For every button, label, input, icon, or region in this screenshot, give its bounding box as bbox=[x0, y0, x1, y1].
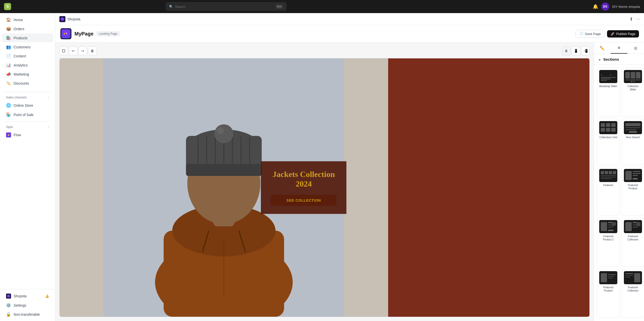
select-tool-button[interactable] bbox=[59, 47, 68, 55]
flow-app-icon: ⚡ bbox=[6, 132, 11, 137]
content-icon: 📄 bbox=[6, 54, 11, 58]
undo-button[interactable]: ↩ bbox=[69, 47, 77, 55]
sidebar-item-content[interactable]: 📄 Content bbox=[2, 52, 53, 60]
section-item-collections-grid[interactable]: Collections Grid bbox=[597, 119, 620, 165]
publish-page-button[interactable]: 🚀 Publish Page bbox=[607, 30, 639, 38]
right-panel-tabs: ✏️ ≡ ⊞ bbox=[594, 43, 644, 54]
svg-rect-60 bbox=[601, 175, 616, 176]
section-item-featured-product[interactable]: Featured Product bbox=[622, 167, 644, 216]
svg-rect-43 bbox=[599, 121, 617, 134]
sidebar-item-home[interactable]: 🏠 Home bbox=[2, 15, 53, 24]
sidebar-item-marketing[interactable]: 📣 Marketing bbox=[2, 70, 53, 79]
desktop-view-button[interactable]: 🖥 bbox=[562, 47, 571, 55]
section-item-extra2[interactable]: Featured Collection bbox=[622, 269, 644, 318]
extra2-label: Featured Collection bbox=[624, 286, 642, 292]
hero-section: Jackets Collection 2024 SEE COLLECTION bbox=[60, 58, 589, 317]
svg-rect-51 bbox=[625, 123, 640, 126]
sections-tab[interactable]: ≡ bbox=[611, 43, 627, 54]
hero-cta-button[interactable]: SEE COLLECTION bbox=[271, 195, 336, 206]
share-icon[interactable]: ⬆ bbox=[629, 16, 633, 22]
apps-label: Apps › bbox=[0, 124, 55, 130]
svg-rect-64 bbox=[625, 171, 632, 180]
search-input[interactable] bbox=[175, 5, 274, 9]
avatar[interactable]: DS bbox=[601, 3, 609, 11]
main-layout: 🏠 Home 📦 Orders 🛍️ Products 👥 Customers … bbox=[0, 13, 644, 321]
save-page-button[interactable]: 📄 Save Page bbox=[576, 30, 605, 38]
sidebar-item-label: Non-transferable bbox=[14, 312, 40, 316]
sidebar-item-online-store[interactable]: 🌐 Online Store bbox=[2, 101, 53, 110]
svg-rect-82 bbox=[633, 227, 638, 228]
breadcrumb-bar-right: ⬆ ··· bbox=[629, 16, 640, 22]
grid-tab[interactable]: ⊞ bbox=[627, 43, 644, 54]
sidebar-item-label: Content bbox=[14, 54, 26, 58]
sidebar-item-label: Products bbox=[14, 36, 27, 40]
svg-point-25 bbox=[217, 127, 224, 134]
search-bar[interactable]: 🔍 ⌘K bbox=[166, 2, 287, 11]
sidebar-item-label: Point of Sale bbox=[14, 113, 33, 117]
sections-list: <_ _> Bootstrap Slider bbox=[594, 65, 644, 321]
svg-rect-65 bbox=[633, 171, 640, 172]
svg-point-24 bbox=[214, 124, 233, 143]
sidebar-item-non-transferable[interactable]: 🔒 Non-transferable bbox=[2, 310, 53, 319]
sidebar-item-analytics[interactable]: 📊 Analytics bbox=[2, 61, 53, 69]
sidebar-item-shopsta[interactable]: Shopsta 🔔 bbox=[2, 292, 53, 301]
section-item-bootstrap-slider[interactable]: <_ _> Bootstrap Slider bbox=[597, 68, 620, 117]
sidebar-item-point-of-sale[interactable]: 🏪 Point of Sale bbox=[2, 110, 53, 119]
svg-rect-7 bbox=[62, 50, 65, 52]
collection-slider-icon bbox=[624, 70, 642, 83]
svg-rect-56 bbox=[601, 171, 604, 174]
sidebar-item-customers[interactable]: 👥 Customers bbox=[2, 43, 53, 51]
sidebar-item-label: Settings bbox=[14, 303, 26, 307]
shopsta-icon bbox=[6, 294, 11, 299]
tablet-view-button[interactable]: 📱 bbox=[572, 47, 580, 55]
featured-product-icon bbox=[624, 169, 642, 182]
sidebar-item-discounts[interactable]: 🏷️ Discounts bbox=[2, 79, 53, 88]
toolbar-right: 🖥 📱 📲 bbox=[562, 47, 590, 55]
chevron-right-icon: › bbox=[48, 96, 49, 99]
settings-icon: ⚙️ bbox=[6, 303, 11, 308]
svg-rect-52 bbox=[625, 127, 640, 128]
section-item-extra1[interactable]: Featured Product bbox=[597, 269, 620, 318]
sidebar-item-settings[interactable]: ⚙️ Settings bbox=[2, 301, 53, 310]
hero-right bbox=[388, 58, 589, 317]
svg-rect-57 bbox=[605, 171, 608, 174]
sections-label: Sections bbox=[603, 57, 619, 61]
shopify-logo[interactable]: S bbox=[4, 3, 11, 10]
more-options-icon[interactable]: ··· bbox=[636, 16, 640, 22]
canvas-container: Jackets Collection 2024 SEE COLLECTION bbox=[59, 58, 590, 317]
mobile-view-button[interactable]: 📲 bbox=[581, 47, 590, 55]
sidebar-item-orders[interactable]: 📦 Orders bbox=[2, 24, 53, 33]
sidebar-item-products[interactable]: 🛍️ Products bbox=[2, 33, 53, 42]
delete-button[interactable]: 🗑 bbox=[88, 47, 97, 55]
editor-area: ↩ ↪ 🗑 🖥 📱 📲 bbox=[55, 43, 644, 321]
svg-rect-78 bbox=[625, 222, 632, 231]
section-item-featured-product-2[interactable]: Featured Product 2 bbox=[597, 218, 620, 267]
non-transferable-icon: 🔒 bbox=[6, 312, 11, 317]
svg-rect-37 bbox=[631, 72, 635, 79]
edit-tab[interactable]: ✏️ bbox=[594, 43, 611, 54]
sidebar-item-label: Orders bbox=[14, 27, 24, 31]
section-item-features[interactable]: Features bbox=[597, 167, 620, 216]
features-label: Features bbox=[603, 184, 613, 187]
analytics-icon: 📊 bbox=[6, 63, 11, 67]
section-item-featured-collection[interactable]: Featured Collection bbox=[622, 218, 644, 267]
svg-rect-33 bbox=[601, 79, 611, 79]
svg-rect-29 bbox=[599, 70, 617, 83]
redo-button[interactable]: ↪ bbox=[78, 47, 87, 55]
section-item-collection-slider[interactable]: Collection Slider bbox=[622, 68, 644, 117]
hero-search-icon bbox=[624, 121, 642, 134]
section-item-hero-search[interactable]: Hero Search bbox=[622, 119, 644, 165]
content-area: Shopsta ⬆ ··· MyPage Landing Page bbox=[55, 13, 644, 321]
svg-rect-83 bbox=[636, 222, 640, 226]
notification-icon[interactable]: 🔔 bbox=[593, 4, 598, 9]
svg-rect-49 bbox=[611, 128, 616, 132]
right-panel: ✏️ ≡ ⊞ ⌄ Sections <_ _ bbox=[594, 43, 644, 321]
sidebar-item-flow[interactable]: ⚡ Flow bbox=[2, 130, 53, 139]
svg-rect-67 bbox=[633, 175, 638, 176]
online-store-icon: 🌐 bbox=[6, 103, 11, 108]
shopsta-label: Shopsta bbox=[14, 294, 26, 298]
svg-rect-66 bbox=[633, 173, 640, 174]
featured-product-label: Featured Product bbox=[624, 184, 642, 190]
page-header-actions: 📄 Save Page 🚀 Publish Page bbox=[576, 30, 639, 38]
chevron-right-icon-2: › bbox=[48, 125, 49, 129]
